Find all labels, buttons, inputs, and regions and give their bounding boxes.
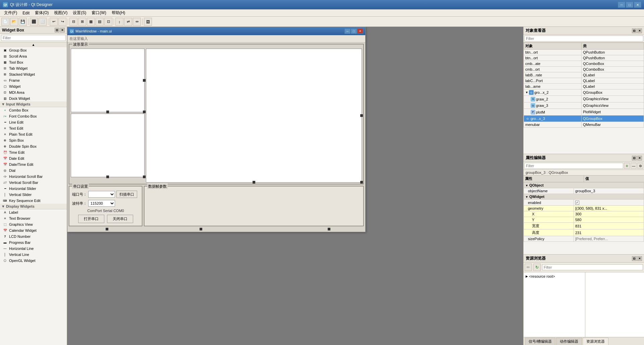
widget-item-key-seq[interactable]: ⌨ Key Sequence Edit xyxy=(0,198,67,204)
prop-row-geometry[interactable]: geometry [(300, 580), 831 x... xyxy=(524,206,644,211)
enabled-checkbox[interactable]: ✓ xyxy=(575,201,579,205)
widget-item-progress-bar[interactable]: ▬ Progress Bar xyxy=(0,239,67,246)
widget-box-close-button[interactable]: ✕ xyxy=(60,28,65,32)
table-row[interactable]: btn...ort QPushButton xyxy=(524,50,644,55)
resource-browser-float-btn[interactable]: ⊟ xyxy=(632,256,637,261)
open-serial-button[interactable]: 打开串口 xyxy=(78,215,104,223)
widget-item-frame[interactable]: ▭ Frame xyxy=(0,77,67,83)
redo-button[interactable]: ↪ xyxy=(58,18,66,26)
tab-action-editor[interactable]: 动作编辑器 xyxy=(556,338,582,345)
widget-item-datetime-edit[interactable]: 📅 Date/Time Edit xyxy=(0,161,67,167)
close-button[interactable]: ✕ xyxy=(634,2,641,8)
maximize-button[interactable]: □ xyxy=(626,2,633,8)
prop-filter-input[interactable] xyxy=(524,163,623,169)
prop-add-btn[interactable]: + xyxy=(624,163,630,169)
prop-editor-close-btn[interactable]: ✕ xyxy=(637,156,642,160)
table-row[interactable]: cmb...ate QComboBox xyxy=(524,61,644,67)
prop-row-y[interactable]: Y 580 xyxy=(524,217,644,223)
port-select[interactable] xyxy=(88,191,115,198)
resize-handle-r-large[interactable] xyxy=(360,114,363,117)
menu-view[interactable]: 视图(V) xyxy=(51,9,70,16)
widget-item-font-combo-box[interactable]: F▾ Font Combo Box xyxy=(0,113,67,119)
widget-box-float-button[interactable]: ⊟ xyxy=(55,28,59,32)
baud-select[interactable]: 115200 xyxy=(88,200,115,207)
menu-settings[interactable]: 设置(S) xyxy=(70,9,89,16)
menu-help[interactable]: 帮助(H) xyxy=(109,9,128,16)
resize-handle-r-1[interactable] xyxy=(143,79,146,82)
prop-row-sizepolicy[interactable]: sizePolicy [Preferred, Preferr... xyxy=(524,236,644,242)
main-window-toolbar[interactable]: 在这里输入 xyxy=(67,35,365,43)
prop-row-width[interactable]: 宽度 831 xyxy=(524,223,644,229)
table-row[interactable]: G gro...x_3 QGroupBox xyxy=(524,115,644,122)
resize-handle-br-1[interactable] xyxy=(143,111,146,113)
widget-item-line-edit[interactable]: ━ Line Edit xyxy=(0,119,67,125)
menu-edit[interactable]: Edit xyxy=(20,10,32,16)
widget-item-h-slider[interactable]: ━ Horizontal Slider xyxy=(0,186,67,192)
widget-item-text-browser[interactable]: ≡ Text Browser xyxy=(0,215,67,221)
widget-item-date-edit[interactable]: 📅 Date Edit xyxy=(0,155,67,161)
scroll-up-arrow[interactable]: ▲ xyxy=(0,42,67,47)
widget-item-combo-box[interactable]: ▾ Combo Box xyxy=(0,107,67,113)
display-widgets-category[interactable]: ▼ Display Widgets xyxy=(0,204,67,209)
table-row[interactable]: ▼ G gro...x_2 QGroupBox xyxy=(524,89,644,96)
resource-pencil-btn[interactable]: ✏ xyxy=(525,264,532,271)
widget-item-group-box[interactable]: ▣ Group Box xyxy=(0,47,67,53)
widget-item-text-edit[interactable]: ≡ Text Edit xyxy=(0,125,67,131)
resource-root-item[interactable]: ▶ <resource root> xyxy=(525,274,584,279)
widget-item-scroll-area[interactable]: ▤ Scroll Area xyxy=(0,53,67,59)
resize-handle-b-1[interactable] xyxy=(106,111,109,113)
obj-inspector-float-btn[interactable]: ⊟ xyxy=(632,28,637,33)
resize-handle-br-2[interactable] xyxy=(143,176,146,178)
resize-handle-b-2[interactable] xyxy=(106,176,109,178)
scan-button[interactable]: 扫描串口 xyxy=(116,191,137,198)
widget-item-double-spin-box[interactable]: ⊕ Double Spin Box xyxy=(0,143,67,149)
prop-row-height[interactable]: 高度 231 xyxy=(524,229,644,236)
resource-browser-close-btn[interactable]: ✕ xyxy=(637,256,642,261)
resize-handle-bottom-left[interactable] xyxy=(106,228,108,230)
prop-row-x[interactable]: X 300 xyxy=(524,211,644,217)
menu-form[interactable]: 窗体(O) xyxy=(32,9,51,16)
resize-handle-bottom-right[interactable] xyxy=(328,228,330,230)
prop-remove-btn[interactable]: — xyxy=(631,163,637,169)
tab-order-button[interactable]: ⇌ xyxy=(124,18,132,26)
widget-item-plain-text-edit[interactable]: ≡ Plain Text Edit xyxy=(0,131,67,137)
table-row[interactable]: P plotM PlotWidget xyxy=(524,109,644,116)
widget-item-opengl[interactable]: ⬡ OpenGL Widget xyxy=(0,258,67,264)
widget-item-label[interactable]: A Label xyxy=(0,209,67,215)
layout-grid-button[interactable]: ▦ xyxy=(87,18,95,26)
widget-item-tool-box[interactable]: ▦ Tool Box xyxy=(0,59,67,65)
widget-item-mdi-area[interactable]: ⊡ MDI Area xyxy=(0,89,67,95)
widget-item-h-line[interactable]: — Horizontal Line xyxy=(0,246,67,252)
buddies-button[interactable]: ⇔ xyxy=(133,18,141,26)
widget-item-tab-widget[interactable]: ⊟ Tab Widget xyxy=(0,65,67,71)
input-widgets-category[interactable]: ▼ Input Widgets xyxy=(0,101,67,107)
resize-handle-b-large[interactable] xyxy=(253,181,255,184)
widget-item-graphics-view[interactable]: ⬚ Graphics View xyxy=(0,221,67,227)
widget-item-v-line[interactable]: │ Vertical Line xyxy=(0,252,67,258)
main-window-maximize[interactable]: □ xyxy=(351,28,357,34)
menu-file[interactable]: 文件(F) xyxy=(1,9,20,16)
widget-item-calendar[interactable]: 📅 Calendar Widget xyxy=(0,227,67,233)
close-serial-button[interactable]: 关闭串口 xyxy=(107,215,133,223)
obj-inspector-close-btn[interactable]: ✕ xyxy=(637,28,642,33)
widget-item-dial[interactable]: ◎ Dial xyxy=(0,167,67,174)
prop-row-enabled[interactable]: enabled ✓ xyxy=(524,200,644,206)
widget-item-v-slider[interactable]: │ Vertical Slider xyxy=(0,192,67,198)
adjust-size-button[interactable]: ↕ xyxy=(115,18,123,26)
widget-item-h-scroll[interactable]: ◁▷ Horizontal Scroll Bar xyxy=(0,174,67,180)
layout-break-button[interactable]: ⊡ xyxy=(104,18,112,26)
tab-resource-browser[interactable]: 资源浏览器 xyxy=(583,338,608,345)
layout-v-button[interactable]: ⊞ xyxy=(78,18,86,26)
table-row[interactable]: menubar QMenuBar xyxy=(524,122,644,128)
widget-item-stacked-widget[interactable]: ⊞ Stacked Widget xyxy=(0,71,67,77)
table-row[interactable]: G graw_3 QGraphicsView xyxy=(524,102,644,109)
resize-handle-br-large[interactable] xyxy=(360,181,363,184)
cut-button[interactable]: ⬛ xyxy=(30,18,38,26)
layout-h-button[interactable]: ⊟ xyxy=(69,18,77,26)
menu-window[interactable]: 窗口(W) xyxy=(89,9,109,16)
resize-handle-bottom-mid[interactable] xyxy=(200,228,202,230)
layout-form-button[interactable]: ▤ xyxy=(96,18,104,26)
widget-item-widget[interactable]: ▢ Widget xyxy=(0,83,67,89)
table-row[interactable]: cmb...ort QComboBox xyxy=(524,67,644,72)
undo-button[interactable]: ↩ xyxy=(50,18,58,26)
